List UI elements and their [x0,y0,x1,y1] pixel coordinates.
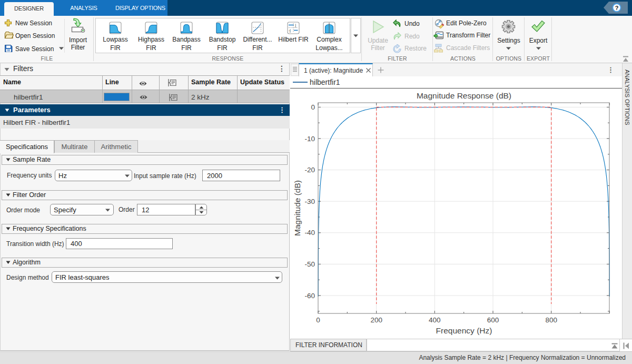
svg-text:800: 800 [545,316,557,324]
svg-text:?: ? [615,5,619,11]
svg-text:-60: -60 [304,292,315,300]
svg-text:400: 400 [429,316,441,324]
svg-text:600: 600 [487,316,499,324]
svg-text:-30: -30 [304,198,315,205]
svg-text:Magnitude Response (dB): Magnitude Response (dB) [417,91,511,100]
svg-text:200: 200 [370,316,382,324]
svg-text:-20: -20 [304,166,315,174]
svg-text:0: 0 [316,316,320,324]
svg-text:-40: -40 [304,229,315,237]
svg-text:Magnitude (dB): Magnitude (dB) [293,180,302,236]
svg-text:Frequency (Hz): Frequency (Hz) [436,326,492,335]
svg-text:0: 0 [311,103,315,111]
svg-text:-j: -j [289,28,291,33]
svg-text:-10: -10 [304,135,315,143]
svg-text:j: j [295,23,297,27]
svg-text:-50: -50 [304,260,315,268]
